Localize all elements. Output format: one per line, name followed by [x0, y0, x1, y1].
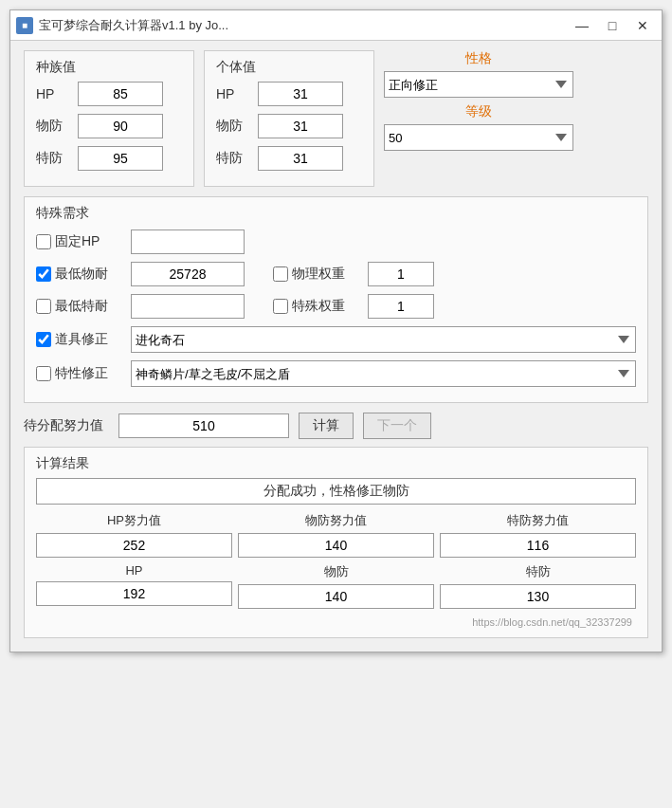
individual-value-group: 个体值 HP 物防 特防: [204, 50, 374, 187]
trait-mod-select[interactable]: 神奇鳞片/草之毛皮/不屈之盾 厚脂肪: [131, 360, 636, 387]
trait-mod-checkbox[interactable]: [36, 366, 51, 381]
individual-def-row: 物防: [216, 114, 362, 138]
level-block: 等级 50 100: [384, 103, 573, 151]
watermark: https://blog.csdn.net/qq_32337299: [36, 615, 636, 630]
special-weight-checkbox[interactable]: [273, 299, 288, 314]
level-select[interactable]: 50 100: [384, 124, 573, 151]
calc-row: 待分配努力值 计算 下一个: [24, 413, 648, 439]
min-spdef-input[interactable]: [131, 294, 245, 319]
individual-def-label: 物防: [216, 118, 250, 135]
calc-ev-input[interactable]: [118, 413, 289, 438]
def-stat-col: 物防 140: [238, 563, 434, 609]
hp-stat-col: HP 192: [36, 563, 232, 609]
hp-ev-label: HP努力值: [107, 512, 161, 529]
min-spdef-label[interactable]: 最低特耐: [36, 298, 121, 315]
fixed-hp-row: 固定HP: [36, 230, 636, 254]
race-def-row: 物防: [36, 114, 182, 138]
tool-mod-row: 道具修正 进化奇石 突击背心 神秘水滴: [36, 326, 636, 353]
result-title: 计算结果: [36, 455, 636, 472]
nature-level-col: 性格 正向修正 无修正 负向修正 等级 50 100: [384, 50, 573, 187]
individual-def-input[interactable]: [258, 114, 343, 138]
individual-spdef-input[interactable]: [258, 146, 343, 171]
result-status: 分配成功，性格修正物防: [36, 478, 636, 505]
min-def-row: 最低物耐 物理权重: [36, 262, 636, 286]
individual-hp-input[interactable]: [258, 82, 343, 106]
spdef-stat-label: 特防: [526, 563, 551, 580]
special-weight-input[interactable]: [368, 294, 434, 319]
main-window: ■ 宝可梦综合耐久计算器v1.1 by Jo... — □ ✕ 种族值 HP 物…: [9, 9, 663, 652]
def-ev-label: 物防努力值: [305, 512, 367, 529]
result-section: 计算结果 分配成功，性格修正物防 HP努力值 252 物防努力值 140 特防努…: [24, 447, 648, 638]
maximize-button[interactable]: □: [599, 15, 626, 36]
calc-section: 待分配努力值 计算 下一个: [24, 413, 648, 439]
min-spdef-checkbox[interactable]: [36, 299, 51, 314]
individual-spdef-label: 特防: [216, 150, 250, 167]
minimize-button[interactable]: —: [569, 15, 595, 36]
calc-label: 待分配努力值: [24, 417, 109, 434]
next-button[interactable]: 下一个: [363, 413, 431, 439]
window-title: 宝可梦综合耐久计算器v1.1 by Jo...: [39, 17, 228, 34]
def-stat-label: 物防: [324, 563, 349, 580]
tool-mod-label[interactable]: 道具修正: [36, 331, 121, 348]
title-bar: ■ 宝可梦综合耐久计算器v1.1 by Jo... — □ ✕: [10, 10, 662, 41]
trait-mod-row: 特性修正 神奇鳞片/草之毛皮/不屈之盾 厚脂肪: [36, 360, 636, 387]
race-def-input[interactable]: [78, 114, 163, 138]
spdef-ev-value: 116: [440, 533, 636, 558]
nature-title: 性格: [384, 50, 573, 67]
spdef-ev-label: 特防努力值: [507, 512, 569, 529]
min-def-checkbox[interactable]: [36, 266, 51, 282]
min-def-input[interactable]: [131, 262, 245, 286]
race-hp-label: HP: [36, 86, 70, 101]
race-value-title: 种族值: [36, 59, 182, 76]
close-button[interactable]: ✕: [629, 15, 656, 36]
race-spdef-row: 特防: [36, 146, 182, 171]
special-weight-label[interactable]: 特殊权重: [273, 298, 358, 315]
phys-weight-label[interactable]: 物理权重: [273, 266, 358, 283]
race-value-group: 种族值 HP 物防 特防: [24, 50, 194, 187]
min-def-label[interactable]: 最低物耐: [36, 266, 121, 283]
ev-grid: HP努力值 252 物防努力值 140 特防努力值 116: [36, 512, 636, 558]
main-content: 种族值 HP 物防 特防 个体值 HP: [10, 41, 662, 652]
individual-hp-label: HP: [216, 86, 250, 101]
level-title: 等级: [384, 103, 573, 120]
hp-stat-value: 192: [36, 581, 232, 606]
phys-weight-input[interactable]: [368, 262, 434, 286]
phys-weight-checkbox[interactable]: [273, 266, 288, 282]
race-def-label: 物防: [36, 118, 70, 135]
race-hp-input[interactable]: [78, 82, 163, 106]
individual-hp-row: HP: [216, 82, 362, 106]
min-spdef-row: 最低特耐 特殊权重: [36, 294, 636, 319]
trait-mod-label[interactable]: 特性修正: [36, 365, 121, 382]
special-section: 特殊需求 固定HP 最低物耐 物理权重: [24, 196, 648, 403]
top-section: 种族值 HP 物防 特防 个体值 HP: [24, 50, 648, 187]
spdef-ev-col: 特防努力值 116: [440, 512, 636, 558]
hp-ev-col: HP努力值 252: [36, 512, 232, 558]
title-bar-left: ■ 宝可梦综合耐久计算器v1.1 by Jo...: [16, 17, 228, 34]
spdef-stat-col: 特防 130: [440, 563, 636, 609]
spdef-stat-value: 130: [440, 584, 636, 609]
def-stat-value: 140: [238, 584, 434, 609]
individual-value-title: 个体值: [216, 59, 362, 76]
individual-spdef-row: 特防: [216, 146, 362, 171]
race-hp-row: HP: [36, 82, 182, 106]
fixed-hp-input[interactable]: [131, 230, 245, 254]
race-spdef-input[interactable]: [78, 146, 163, 171]
fixed-hp-label[interactable]: 固定HP: [36, 233, 121, 250]
stat-grid: HP 192 物防 140 特防 130: [36, 563, 636, 609]
hp-ev-value: 252: [36, 533, 232, 558]
calc-button[interactable]: 计算: [299, 413, 354, 439]
tool-mod-select[interactable]: 进化奇石 突击背心 神秘水滴: [131, 326, 636, 353]
tool-mod-checkbox[interactable]: [36, 332, 51, 347]
def-ev-value: 140: [238, 533, 434, 558]
nature-block: 性格 正向修正 无修正 负向修正: [384, 50, 573, 98]
hp-stat-label: HP: [125, 563, 142, 578]
special-title: 特殊需求: [36, 205, 636, 222]
fixed-hp-checkbox[interactable]: [36, 234, 51, 249]
nature-select[interactable]: 正向修正 无修正 负向修正: [384, 71, 573, 98]
race-spdef-label: 特防: [36, 150, 70, 167]
def-ev-col: 物防努力值 140: [238, 512, 434, 558]
app-icon: ■: [16, 17, 33, 34]
title-bar-controls: — □ ✕: [569, 15, 656, 36]
